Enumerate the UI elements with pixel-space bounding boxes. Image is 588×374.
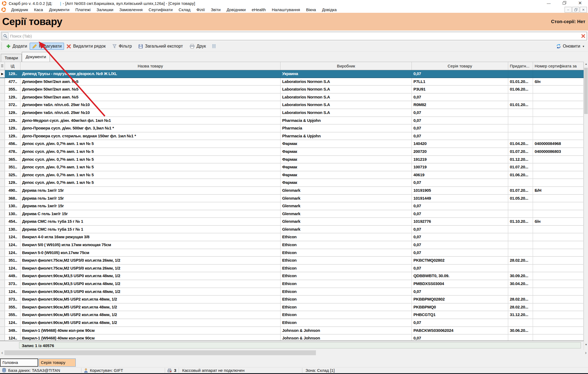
table-row[interactable]: 124..Викрил фиолет.75см,М2 USP3/0 кол.иг… — [0, 265, 584, 273]
table-row[interactable]: 130..Дерива СМС гель туба 15 г № 1Glenma… — [0, 226, 584, 234]
table-row[interactable]: 130..Дерива гель 1мг/г 15гGlenmark0,07 — [0, 202, 584, 210]
clear-search-icon[interactable] — [580, 34, 587, 38]
menu-item-Налаштування[interactable]: Налаштування — [269, 7, 303, 13]
print-button[interactable]: Друк — [187, 43, 209, 50]
table-row[interactable]: 355..Депиофен 50мг/2мл амп. №5Laboratori… — [0, 86, 584, 94]
table-row[interactable]: 478..Депос сусп. д/ин. 0,7% амп. 1 мл № … — [0, 148, 584, 156]
cell-cert — [533, 280, 584, 288]
menu-item-Сертифікати[interactable]: Сертифікати — [146, 7, 176, 13]
vertical-scrollbar[interactable]: ▲ ▼ — [584, 62, 588, 350]
refresh-button[interactable]: Оновити ▾ — [554, 43, 588, 50]
table-row[interactable]: 456..Депос сусп. д/ин. 0,7% амп. 1 мл № … — [0, 140, 584, 148]
bottom-tab-Головна[interactable]: Головна — [0, 358, 38, 367]
table-row[interactable]: 124..Викрил 4-0 игла 16мм режущая 3/8Eth… — [0, 233, 584, 241]
table-row[interactable]: 124..Викрил фиолет.90см,М5 USP2 кол.игла… — [0, 319, 584, 327]
export-button[interactable]: Загальний експорт — [136, 43, 185, 50]
cell-id: 130.. — [5, 202, 20, 210]
menu-item-Замовлення[interactable]: Замовлення — [116, 7, 145, 13]
menu-item-eHealth[interactable]: eHealth — [249, 7, 269, 13]
cell-id: 124.. — [5, 241, 20, 249]
tab-Товари[interactable]: Товари — [1, 54, 22, 62]
cell-valid: 01.05.20... — [508, 195, 533, 202]
table-row[interactable]: 349..Викрил-1 (W9468) 40мм кол-реж 90смJ… — [0, 327, 584, 335]
table-row[interactable]: 129..Депо-Провера сусп. стерильн. водная… — [0, 132, 584, 140]
table-row[interactable]: 373..Викрил фиолет.90см,М3,5 USP0 кол.иг… — [0, 280, 584, 288]
table-row[interactable]: 449..Викрил фиолет.90см,М3,5 USP0 кол.иг… — [0, 272, 584, 280]
table-row[interactable]: 129..Депиофен 50мг/2мл амп. №5Laboratori… — [0, 94, 584, 101]
table-row[interactable]: 124..Викрил-1 (W9468) 40мм кол-реж 90смJ… — [0, 335, 584, 341]
column-header-4[interactable]: Серія товару — [412, 62, 508, 70]
table-row[interactable]: 372..Депиофен табл. п/пл.об. 25мг №10Lab… — [0, 101, 584, 109]
menu-item-Склад[interactable]: Склад — [176, 7, 193, 13]
menu-item-Довідник[interactable]: Довідник — [8, 7, 31, 13]
table-row[interactable]: 129..Депиофен табл. п/пл.об. 25мг №10Lab… — [0, 109, 584, 117]
filter-button[interactable]: Фільтр — [110, 43, 134, 50]
table-row[interactable]: 129..Депос сусп. д/ин. 0,7% амп. 1 мл № … — [0, 179, 584, 187]
scroll-up-icon[interactable]: ▲ — [584, 63, 588, 65]
menu-item-Довідка[interactable]: Довідка — [319, 7, 340, 13]
cell-vendor: Ethicon — [281, 272, 412, 280]
table-row[interactable]: 490..Дерива гель 1мг/г 15гGlenmark101919… — [0, 187, 584, 195]
menu-item-Звіти[interactable]: Звіти — [208, 7, 224, 13]
refresh-dropdown-icon[interactable]: ▾ — [583, 45, 584, 48]
table-row[interactable]: 368..Дерива гель 1мг/г 15гGlenmark101914… — [0, 195, 584, 203]
menu-item-Документи[interactable]: Документи — [46, 7, 72, 13]
column-header-1[interactable]: ІД — [5, 62, 20, 70]
mdi-minimize-button[interactable]: – — [565, 7, 572, 13]
table-row[interactable]: 129..Депо-Провера сусп. д/ин. 500мг фл. … — [0, 125, 584, 132]
column-chooser-button[interactable] — [0, 62, 5, 70]
tab-Документи[interactable]: Документи — [22, 52, 50, 62]
table-row[interactable]: ▶129..Депенд Трусы - подгузники д/взросл… — [0, 70, 584, 78]
table-row[interactable]: 124..Викрил фиолет.90см,М3,5 USP0 кол.иг… — [0, 288, 584, 296]
menu-item-Філії[interactable]: Філії — [193, 7, 208, 13]
table-row[interactable]: 351..Викрил фиолет.75см,М2 USP3/0 кол.иг… — [0, 257, 584, 265]
columns-button[interactable] — [209, 43, 218, 50]
table-row[interactable]: 373..Викрил фиолет.90см,М5 USP2 кол.игла… — [0, 296, 584, 304]
menu-item-Каса[interactable]: Каса — [31, 7, 46, 13]
table-row[interactable]: 355..Викрил фиолет.90см,М5 USP2 кол.игла… — [0, 304, 584, 311]
grip-icon — [1, 64, 4, 68]
bottom-tab-Серія товару[interactable]: Серія товару — [39, 358, 76, 367]
table-row[interactable]: 325..Депос сусп. д/ин. 0,7% амп. 1 мл № … — [0, 171, 584, 179]
cell-id: 129.. — [5, 117, 20, 124]
menu-item-Вікна[interactable]: Вікна — [303, 7, 319, 13]
column-header-2[interactable]: Назва товару — [20, 62, 281, 70]
table-row[interactable]: 355..Викрил фиолет.90см,М5 USP2 кол.игла… — [0, 311, 584, 319]
horizontal-scroll-thumb[interactable] — [4, 350, 316, 355]
close-button[interactable]: ✕ — [578, 0, 582, 6]
delete-row-button[interactable]: Видалити рядок — [64, 43, 108, 50]
table-row[interactable]: 129..Депо-Медрол сусп. д/ин. 40мг/мл фл.… — [0, 117, 584, 125]
edit-button[interactable]: Редагувати — [30, 43, 64, 50]
search-box[interactable] — [1, 32, 587, 40]
table-row[interactable]: 130..Дерива С гель 1мг/г 15гGlenmark0,07 — [0, 210, 584, 218]
cell-cert — [533, 319, 584, 326]
scroll-left-icon[interactable]: ‹ — [0, 350, 4, 356]
vertical-scroll-thumb[interactable] — [584, 68, 588, 114]
mdi-restore-button[interactable] — [572, 7, 579, 13]
horizontal-scrollbar[interactable]: ‹ › — [0, 350, 588, 356]
cell-name: Депиофен табл. п/пл.об. 25мг №10 — [20, 109, 281, 116]
menu-item-Залишки[interactable]: Залишки — [94, 7, 117, 13]
table-row[interactable]: 124..Викрил 5-0 (W9105) кол.17мм 75смEth… — [0, 249, 584, 257]
table-row[interactable]: 365..Депос сусп. д/ин. 0,7% амп. 1 мл № … — [0, 156, 584, 164]
table-row[interactable]: 454..Дерива СМС гель туба 15 г № 1Glenma… — [0, 218, 584, 226]
restore-button[interactable] — [563, 0, 566, 6]
table-row[interactable]: 124..Викрил 5/0 ( W9105) игла 17мм колющ… — [0, 241, 584, 249]
search-input[interactable] — [10, 33, 580, 39]
column-header-3[interactable]: Виробник — [281, 62, 412, 70]
table-row[interactable]: 477..Депиофен 50мг/2мл амп. №5Laboratori… — [0, 78, 584, 86]
scroll-down-icon[interactable]: ▼ — [584, 343, 588, 346]
scroll-right-icon[interactable]: › — [584, 350, 588, 356]
cell-id: 129.. — [5, 109, 20, 116]
add-button[interactable]: Додати — [4, 43, 30, 50]
export-disk-icon — [138, 44, 143, 49]
mdi-close-button[interactable]: ✕ — [580, 7, 587, 13]
table-row[interactable]: 351..Депос сусп. д/ин. 0,7% амп. 1 мл № … — [0, 163, 584, 171]
menu-item-Платежі[interactable]: Платежі — [72, 7, 94, 13]
column-header-5[interactable]: Придатн... — [508, 62, 533, 70]
cash-status-label: Кассовый аппарат не подключен — [182, 368, 245, 373]
column-header-6[interactable]: Номер сертифіката за — [533, 62, 584, 70]
minimize-button[interactable]: — — [547, 0, 551, 6]
cell-vendor: Laboratorios Normon S.A — [281, 101, 412, 109]
menu-item-Довідники[interactable]: Довідники — [224, 7, 249, 13]
